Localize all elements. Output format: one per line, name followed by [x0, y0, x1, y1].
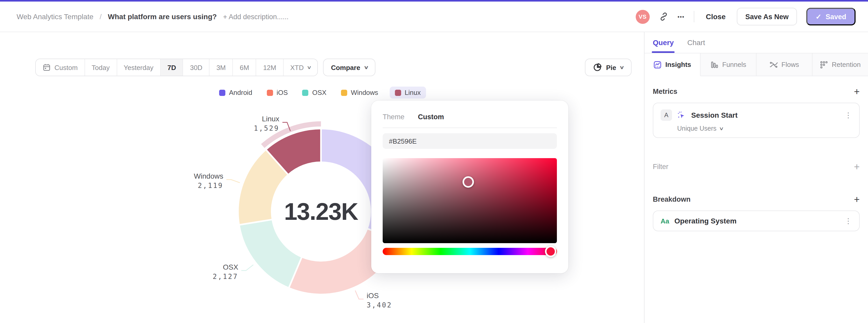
breakdown-card[interactable]: Aa Operating System ⋮ — [653, 211, 860, 231]
color-picker-popup: Theme Custom — [371, 101, 568, 273]
add-description-button[interactable]: + Add description...... — [223, 13, 288, 21]
slice-label-value: 2,119 — [198, 182, 223, 190]
header-actions: VS ••• Close Save As New ✓ Saved — [636, 8, 856, 25]
donut-center-total: 13.23K — [284, 198, 358, 225]
filter-section-header: Filter + — [653, 162, 860, 172]
slice-label-name: OSX — [223, 263, 238, 271]
panel-tabs: Query Chart — [645, 32, 868, 53]
saturation-area[interactable] — [383, 158, 557, 243]
slice-label-value: 1,529 — [254, 124, 279, 132]
view-tab-label: Insights — [665, 61, 691, 68]
flows-icon — [770, 60, 778, 69]
saved-label: Saved — [826, 13, 846, 21]
saved-button[interactable]: ✓ Saved — [806, 8, 856, 25]
slice-label-value: 2,127 — [213, 273, 238, 281]
breakdown-heading: Breakdown — [653, 195, 691, 203]
insights-icon — [653, 60, 662, 69]
header-divider — [694, 11, 694, 22]
save-as-new-button[interactable]: Save As New — [737, 8, 797, 25]
main: CustomTodayYesterday7D30D3M6M12MXTD∨ Com… — [0, 32, 868, 323]
label-leader-line — [226, 180, 240, 183]
breadcrumb: Web Analytics Template / What platform a… — [17, 12, 288, 21]
chevron-down-icon: ∨ — [719, 126, 724, 131]
slice-label-name: Windows — [194, 172, 223, 180]
slice-label-name: Linux — [262, 115, 279, 123]
event-sparkle-icon — [677, 111, 686, 120]
label-leader-line — [355, 291, 364, 299]
panel-content: Metrics + A — [645, 76, 868, 323]
view-tab-label: Flows — [781, 61, 799, 68]
popup-divider — [383, 128, 557, 128]
hex-color-input[interactable] — [383, 133, 557, 149]
avatar[interactable]: VS — [636, 9, 649, 24]
header: Web Analytics Template / What platform a… — [0, 2, 868, 32]
tab-chart[interactable]: Chart — [687, 32, 705, 53]
hue-slider[interactable] — [383, 248, 557, 255]
breakdown-section-header: Breakdown + — [653, 194, 860, 204]
breadcrumb-separator: / — [99, 12, 102, 21]
metrics-section-header: Metrics + — [653, 87, 860, 96]
filter-heading: Filter — [653, 163, 669, 170]
add-metric-button[interactable]: + — [854, 87, 860, 96]
slice-label-value: 3,402 — [367, 301, 392, 309]
view-tab-funnels[interactable]: Funnels — [701, 54, 756, 76]
view-tab-label: Retention — [832, 61, 861, 68]
color-picker-tabs: Theme Custom — [383, 113, 557, 121]
metric-row: A Session Start ⋮ — [660, 109, 852, 121]
funnels-icon — [710, 60, 719, 69]
hue-cursor[interactable] — [545, 246, 556, 257]
view-tabs: InsightsFunnelsFlowsRetention — [645, 53, 868, 76]
label-leader-line — [241, 265, 253, 270]
aggregation-label: Unique Users — [677, 125, 716, 132]
property-type-badge: Aa — [660, 217, 669, 225]
view-tab-retention[interactable]: Retention — [812, 54, 868, 76]
view-tab-label: Funnels — [722, 61, 746, 68]
pie-slice-osx[interactable] — [239, 220, 302, 288]
metrics-heading: Metrics — [653, 88, 677, 95]
chart-area: CustomTodayYesterday7D30D3M6M12MXTD∨ Com… — [0, 32, 644, 323]
metric-kebab-menu[interactable]: ⋮ — [845, 111, 852, 119]
query-panel: Query Chart InsightsFunnelsFlowsRetentio… — [644, 32, 868, 323]
share-link-icon[interactable] — [659, 12, 668, 21]
tab-theme[interactable]: Theme — [383, 113, 404, 121]
close-button[interactable]: Close — [704, 12, 727, 21]
metric-letter-badge: A — [660, 109, 672, 121]
metric-event-name: Session Start — [691, 111, 738, 119]
breakdown-kebab-menu[interactable]: ⋮ — [845, 217, 852, 225]
report-title[interactable]: What platform are users using? — [108, 12, 217, 21]
tab-custom[interactable]: Custom — [418, 113, 444, 121]
breadcrumb-project[interactable]: Web Analytics Template — [17, 12, 93, 21]
breakdown-property-name: Operating System — [674, 217, 737, 225]
more-options-button[interactable]: ••• — [677, 14, 684, 20]
slice-label-name: iOS — [367, 292, 379, 300]
app-window: Web Analytics Template / What platform a… — [0, 0, 868, 323]
view-tab-insights[interactable]: Insights — [645, 54, 701, 76]
check-icon: ✓ — [816, 12, 822, 21]
retention-icon — [820, 60, 828, 69]
tab-query[interactable]: Query — [653, 32, 674, 53]
metric-card[interactable]: A Session Start ⋮ — [653, 103, 860, 138]
add-breakdown-button[interactable]: + — [854, 194, 860, 204]
metric-aggregation-dropdown[interactable]: Unique Users ∨ — [660, 125, 852, 132]
saturation-cursor[interactable] — [462, 176, 474, 188]
view-tab-flows[interactable]: Flows — [756, 54, 812, 76]
add-filter-button[interactable]: + — [854, 162, 860, 172]
